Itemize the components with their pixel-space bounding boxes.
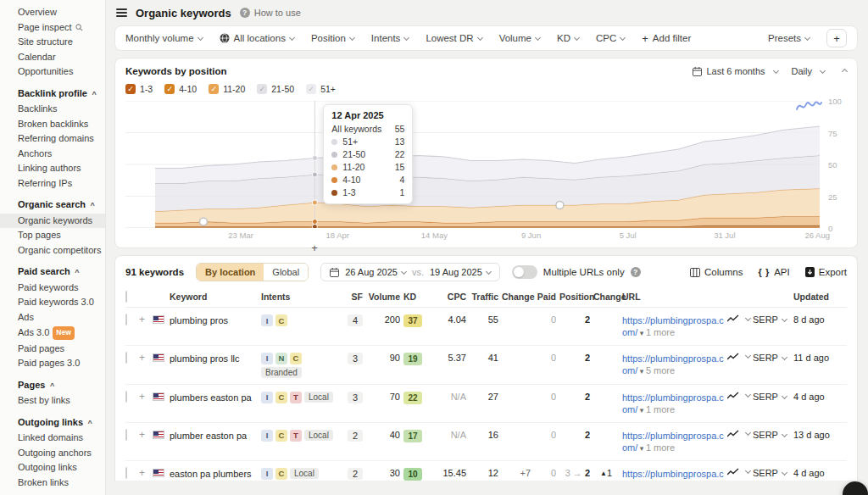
updated-cell: 11 d ago: [793, 353, 846, 363]
row-checkbox[interactable]: [125, 352, 127, 364]
multiple-urls-toggle[interactable]: [512, 265, 537, 279]
sidebar-item-broken-backlinks[interactable]: Broken backlinks: [0, 117, 105, 132]
sidebar-item-linking-authors[interactable]: Linking authors: [0, 161, 105, 176]
checkbox-icon: ✓: [209, 84, 219, 94]
url-link[interactable]: https://plumbingprospa.com/ ▾ 5 more: [622, 353, 727, 377]
serp-dropdown[interactable]: SERP: [753, 353, 793, 363]
menu-icon[interactable]: [116, 8, 127, 17]
legend-checkbox-1-3[interactable]: ✓1-3: [125, 84, 153, 94]
url-text: https://plumbingprospa.com/: [622, 469, 724, 481]
date-range-dropdown[interactable]: Last 6 months: [693, 66, 777, 76]
sidebar-item-outgoing-anchors[interactable]: Outgoing anchors: [0, 446, 105, 461]
presets-dropdown[interactable]: Presets: [768, 33, 810, 43]
date-from-dropdown[interactable]: 26 Aug 2025: [345, 267, 406, 277]
serp-dropdown[interactable]: SERP: [753, 392, 793, 402]
position-history-button[interactable]: [727, 430, 753, 438]
position-history-button[interactable]: [727, 314, 753, 323]
url-link[interactable]: https://plumbingprospa.com/ ▾ 1 more: [622, 314, 727, 339]
how-to-use-link[interactable]: ? How to use: [240, 8, 301, 18]
sidebar-item-opportunities[interactable]: Opportunities: [0, 64, 105, 80]
sidebar-item-best-by-links[interactable]: Best by links: [0, 393, 105, 409]
url-link[interactable]: https://plumbingprospa.com/ ▾ 1 more: [622, 392, 727, 416]
sidebar-item-site-structure[interactable]: Site structure: [0, 35, 105, 50]
url-link[interactable]: https://plumbingprospa.com/ ▾: [622, 468, 727, 481]
sidebar-item-page-inspect[interactable]: Page inspect: [0, 20, 105, 36]
filter-monthly-volume[interactable]: Monthly volume: [125, 33, 203, 43]
sidebar-item-organic-competitors[interactable]: Organic competitors: [0, 243, 105, 259]
sidebar-item-paid-keywords[interactable]: Paid keywords: [0, 281, 105, 296]
position-history-button[interactable]: [727, 468, 753, 476]
sidebar-item-top-pages[interactable]: Top pages: [0, 228, 105, 243]
sidebar-item-referring-domains[interactable]: Referring domains: [0, 131, 105, 147]
filter-all-locations[interactable]: All locations: [220, 33, 294, 43]
keyword-link[interactable]: plumbing pros: [170, 314, 261, 326]
columns-button[interactable]: Columns: [690, 267, 743, 277]
keyword-link[interactable]: easton pa plumbers: [170, 468, 261, 480]
api-button[interactable]: { } API: [758, 267, 789, 277]
sidebar-item-anchors[interactable]: Anchors: [0, 147, 105, 162]
legend-checkbox-51-[interactable]: ✓51+: [306, 84, 336, 94]
legend-checkbox-21-50[interactable]: ✓21-50: [257, 84, 294, 94]
sidebar-item-organic-keywords[interactable]: Organic keywords: [0, 214, 105, 229]
serp-dropdown[interactable]: SERP: [753, 468, 793, 478]
keyword-link[interactable]: plumbing pros llc: [170, 353, 261, 364]
add-filter-button[interactable]: + Add filter: [642, 32, 691, 45]
filter-position[interactable]: Position: [311, 33, 354, 43]
sidebar-section-backlink-profile[interactable]: Backlink profile ^: [0, 86, 105, 103]
position-history-button[interactable]: [727, 392, 753, 400]
filter-intents[interactable]: Intents: [371, 33, 409, 43]
sidebar-item-ads[interactable]: Ads: [0, 310, 105, 325]
filter-cpc[interactable]: CPC: [596, 33, 625, 43]
chat-bubble[interactable]: [843, 481, 868, 495]
more-urls-link[interactable]: 5 more: [646, 365, 675, 375]
expand-row-button[interactable]: +: [139, 430, 153, 440]
sidebar-section-pages[interactable]: Pages ^: [0, 378, 105, 394]
date-to-dropdown[interactable]: 19 Aug 2025: [430, 267, 491, 277]
keyword-link[interactable]: plumber easton pa: [170, 430, 261, 442]
sidebar-item-outgoing-links[interactable]: Outgoing links: [0, 460, 105, 476]
granularity-dropdown[interactable]: Daily: [792, 66, 825, 76]
row-checkbox[interactable]: [125, 314, 127, 325]
sidebar-item-paid-pages[interactable]: Paid pages: [0, 342, 105, 357]
expand-row-button[interactable]: +: [139, 392, 153, 402]
sidebar-item-ads-3-0[interactable]: Ads 3.0New: [0, 325, 105, 342]
expand-row-button[interactable]: +: [139, 468, 153, 478]
legend-checkbox-4-10[interactable]: ✓4-10: [164, 84, 197, 94]
sidebar-item-paid-pages-3-0[interactable]: Paid pages 3.0: [0, 356, 105, 371]
sidebar-item-calendar[interactable]: Calendar: [0, 50, 105, 65]
expand-row-button[interactable]: +: [139, 314, 153, 325]
row-checkbox[interactable]: [125, 391, 127, 403]
sidebar-item-overview[interactable]: Overview: [0, 5, 105, 20]
more-urls-link[interactable]: 1 more: [646, 442, 675, 453]
chart-plot-area[interactable]: 0255075100 12 Apr 2025 All keywords5551+…: [125, 101, 821, 228]
filter-lowest-dr[interactable]: Lowest DR: [426, 33, 481, 43]
serp-dropdown[interactable]: SERP: [753, 430, 793, 440]
export-button[interactable]: Export: [805, 267, 847, 277]
row-checkbox[interactable]: [125, 429, 127, 441]
sidebar-item-backlinks[interactable]: Backlinks: [0, 102, 105, 117]
segment-by-location[interactable]: By location: [197, 264, 264, 281]
legend-checkbox-11-20[interactable]: ✓11-20: [209, 84, 245, 94]
row-checkbox[interactable]: [125, 467, 127, 479]
more-urls-link[interactable]: 1 more: [646, 327, 675, 337]
sidebar-section-paid-search[interactable]: Paid search ^: [0, 264, 105, 281]
expand-row-button[interactable]: +: [139, 353, 153, 363]
keyword-link[interactable]: plumbers easton pa: [170, 392, 261, 403]
x-tick-label: 23 Mar: [228, 231, 253, 240]
collapse-chart-button[interactable]: [838, 70, 847, 73]
serp-dropdown[interactable]: SERP: [753, 314, 793, 325]
segment-global[interactable]: Global: [264, 264, 308, 281]
select-all-checkbox[interactable]: [125, 291, 127, 303]
sidebar-item-linked-domains[interactable]: Linked domains: [0, 431, 105, 446]
sidebar-section-organic-search[interactable]: Organic search ^: [0, 197, 105, 214]
filter-volume[interactable]: Volume: [499, 33, 540, 43]
sidebar-item-referring-ips[interactable]: Referring IPs: [0, 176, 105, 192]
filter-kd[interactable]: KD: [557, 33, 579, 43]
url-link[interactable]: https://plumbingprospa.com/ ▾ 1 more: [622, 430, 727, 454]
more-urls-link[interactable]: 1 more: [646, 404, 675, 414]
add-preset-button[interactable]: +: [826, 29, 847, 47]
sidebar-item-paid-keywords-3-0[interactable]: Paid keywords 3.0: [0, 295, 105, 310]
position-history-button[interactable]: [727, 353, 753, 361]
sidebar-item-broken-links[interactable]: Broken links: [0, 476, 105, 491]
sidebar-section-outgoing-links[interactable]: Outgoing links ^: [0, 415, 105, 431]
